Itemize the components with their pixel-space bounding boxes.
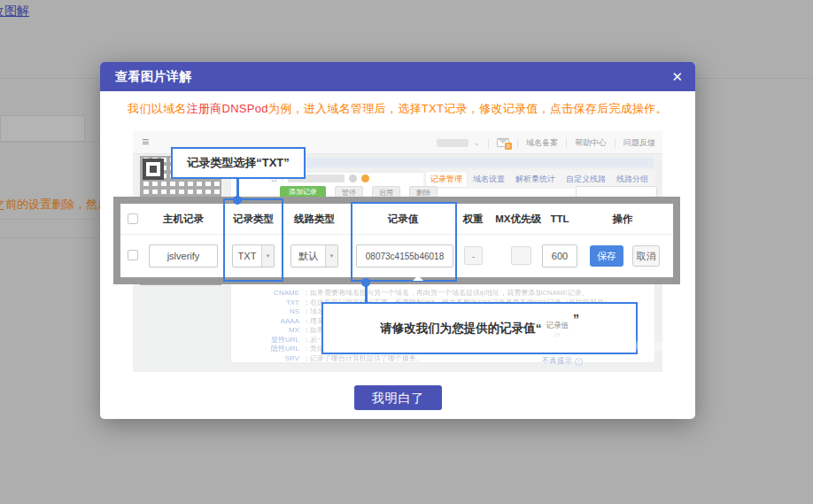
divider [615, 138, 616, 148]
nav-link-beian: 域名备案 [526, 137, 558, 149]
line-select-value: 默认 [291, 245, 325, 267]
save-button: 保存 [590, 245, 623, 267]
mx-field [511, 246, 531, 265]
background-divider [0, 142, 100, 143]
nav-link-help: 帮助中心 [575, 137, 607, 149]
callout-top-text: 记录类型选择“TXT” [187, 155, 290, 171]
status-icon [349, 174, 357, 182]
legend-type: CNAME [248, 289, 299, 298]
divider [517, 138, 518, 148]
tab-resolution-stats: 解析量统计 [511, 172, 560, 187]
tab-line-groups: 线路分组 [612, 172, 653, 187]
modal-header: 查看图片详解 ✕ [100, 62, 695, 91]
header-ttl: TTL [542, 204, 577, 235]
weight-field: - [464, 246, 483, 265]
background-partial-link[interactable]: 改图解 [0, 4, 29, 19]
tab-domain-settings: 域名设置 [468, 172, 509, 187]
select-caret-icon: ▼ [325, 245, 337, 267]
legend-row: CNAME：如果需要将域名指向另一个域名，再由另一个域名提供ip地址，就需要添加… [248, 289, 654, 298]
tab-record-management: 记录管理 [426, 172, 467, 187]
info-icon [361, 174, 369, 182]
qr-finder-square [143, 159, 164, 180]
legend-row: SRV：记录了哪台计算机提供了哪个服务。 [248, 354, 654, 363]
background-divider [0, 219, 100, 220]
host-input: jslverify [149, 244, 218, 268]
divider [566, 138, 567, 148]
callout-bottom-text: 请修改我们为您提供的记录值“ [380, 321, 541, 337]
divider [488, 138, 489, 148]
type-column-highlight [223, 198, 283, 282]
header-actions: 操作 [587, 204, 658, 235]
connector-line-bottom [365, 285, 368, 303]
row-checkbox [128, 250, 138, 260]
cancel-button: 取消 [632, 245, 660, 267]
collapse-icon: ⌃ [575, 358, 583, 366]
close-icon[interactable]: ✕ [671, 62, 683, 91]
value-label: 记录值 [546, 321, 569, 331]
legend-type: SRV [248, 354, 299, 363]
highlight-notch [413, 275, 423, 281]
background-divider [0, 237, 100, 238]
connector-line-top [236, 179, 239, 198]
connector-dot-bottom [361, 278, 370, 287]
callout-record-value: 请修改我们为您提供的记录值“ 记录值 ” [321, 302, 638, 354]
value-field-frame [554, 333, 560, 337]
connector-dot-top [233, 196, 242, 205]
image-detail-modal: 查看图片详解 ✕ 我们以域名注册商DNSPod为例，进入域名管理后，选择TXT记… [100, 62, 695, 419]
mail-icon: 0 [497, 138, 509, 147]
no-prompt-label: 不再提示 [542, 356, 572, 367]
callout-record-type: 记录类型选择“TXT” [171, 147, 306, 179]
background-field [0, 115, 85, 142]
tip-part2: 为例，进入域名管理后，选择TXT记录，修改记录值，点击保存后完成操作。 [268, 102, 668, 115]
menu-icon: ≡ [142, 135, 149, 149]
provided-value-group: 记录值 [546, 321, 569, 337]
mail-badge: 0 [505, 143, 512, 150]
legend-type: 隐性URL [248, 345, 299, 353]
background-partial-text: 之前的设置删除，然后 [0, 196, 100, 213]
modal-title: 查看图片详解 [115, 69, 192, 85]
legend-type: TXT [248, 299, 299, 307]
closing-quote: ” [573, 312, 579, 326]
line-select: 默认 ▼ [290, 244, 338, 268]
page: 改图解 之前的设置删除，然后 查看图片详解 ✕ 我们以域名注册商DNSPod为例… [0, 0, 813, 504]
dnspod-navbar-right: ⌄ 0 域名备案 帮助中心 问题反馈 [437, 131, 655, 154]
tip-registrar: 注册商DNSPod [187, 102, 268, 115]
legend-type: MX [248, 326, 299, 335]
legend-type: 显性URL [248, 336, 299, 345]
header-host: 主机记录 [148, 204, 219, 235]
legend-desc: ：记录了哪台计算机提供了哪个服务。 [303, 354, 423, 363]
confirm-button[interactable]: 我明白了 [354, 385, 442, 410]
legend-desc: ：如果需要将域名指向另一个域名，再由另一个域名提供ip地址，就需要添加CNAME… [303, 289, 589, 298]
header-checkbox [128, 213, 138, 224]
legend-type: NS [248, 307, 299, 316]
header-line: 线路类型 [279, 204, 350, 235]
nav-link-feedback: 问题反馈 [623, 137, 655, 149]
value-column-highlight [351, 202, 457, 282]
tip-part1: 我们以域名 [128, 102, 187, 115]
chevron-down-icon: ⌄ [473, 138, 480, 147]
username-redacted [437, 139, 468, 147]
instruction-text: 我们以域名注册商DNSPod为例，进入域名管理后，选择TXT记录，修改记录值，点… [100, 101, 695, 117]
ttl-input: 600 [542, 244, 577, 268]
header-mx: MX优先级 [487, 204, 549, 235]
legend-type: AAAA [248, 317, 299, 326]
no-prompt-toggle: 不再提示 ⌃ [542, 356, 583, 367]
tab-custom-lines: 自定义线路 [561, 172, 610, 187]
